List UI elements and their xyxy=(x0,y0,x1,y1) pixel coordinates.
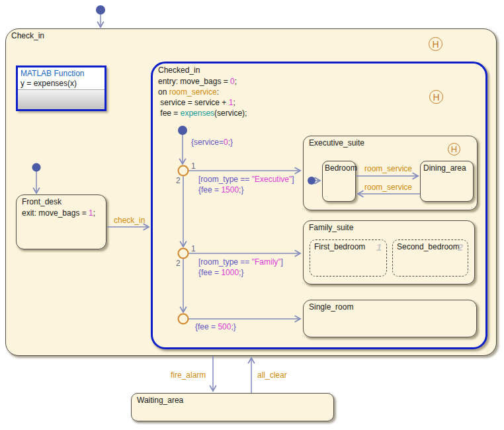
state-single-room[interactable]: Single_room xyxy=(303,300,477,337)
matlab-function-signature: y = expenses(x) xyxy=(18,78,105,89)
state-title-executive-suite: Executive_suite xyxy=(309,138,364,148)
state-title-bedroom: Bedroom xyxy=(325,163,357,173)
label-executive-condition[interactable]: [room_type == "Executive"]{fee = 1500;} xyxy=(198,174,294,195)
label-all-clear[interactable]: all_clear xyxy=(257,370,287,380)
state-bedroom[interactable]: Bedroom xyxy=(322,161,356,202)
history-h-glyph: H xyxy=(451,144,457,154)
state-second-bedroom[interactable]: Second_bedroom 2 xyxy=(392,239,468,277)
state-title-family-suite: Family_suite xyxy=(309,223,353,232)
matlab-function-title: MATLAB Function xyxy=(18,67,105,78)
state-title-waiting-area: Waiting_area xyxy=(137,396,183,405)
state-title-check-in: Check_in xyxy=(11,31,44,40)
stateflow-canvas: Check_in MATLAB Function y = expenses(x)… xyxy=(0,0,504,430)
label-family-condition[interactable]: [room_type == "Family"]{fee = 1000;} xyxy=(198,257,283,278)
label-room-service-lower[interactable]: room_service xyxy=(364,183,412,192)
front-desk-actions: exit: move_bags = 1; xyxy=(22,208,95,218)
state-dining-area[interactable]: Dining_area xyxy=(420,161,474,202)
state-front-desk[interactable]: Front_desk exit: move_bags = 1; xyxy=(16,194,106,249)
history-h-glyph: H xyxy=(433,92,439,103)
state-waiting-area[interactable]: Waiting_area xyxy=(131,393,334,421)
label-single-action[interactable]: {fee = 500;} xyxy=(195,322,236,331)
matlab-function-block[interactable]: MATLAB Function y = expenses(x) xyxy=(16,65,106,111)
state-first-bedroom[interactable]: First_bedroom 1 xyxy=(310,239,387,277)
state-title-dining-area: Dining_area xyxy=(423,163,466,173)
state-title-front-desk: Front_desk xyxy=(22,197,62,206)
parallel-order-1: 1 xyxy=(376,241,382,253)
label-room-service-upper[interactable]: room_service xyxy=(364,164,412,173)
checked-in-actions: entry: move_bags = 0;on room_service: se… xyxy=(158,76,247,118)
history-junction-check-in[interactable]: H xyxy=(429,37,442,51)
history-junction-checked-in[interactable]: H xyxy=(429,90,443,104)
matlab-function-gradient xyxy=(18,89,105,109)
history-junction-executive-suite[interactable]: H xyxy=(448,143,460,155)
state-title-checked-in: Checked_in xyxy=(158,65,200,75)
default-dot-check-in[interactable] xyxy=(96,5,105,15)
history-h-glyph: H xyxy=(432,39,439,50)
junction-2-branch-1: 1 xyxy=(191,244,196,253)
label-service-init[interactable]: {service=0;} xyxy=(191,138,233,147)
label-check-in-event[interactable]: check_in xyxy=(114,216,145,225)
junction-1-branch-1: 1 xyxy=(191,161,196,171)
junction-2-branch-2: 2 xyxy=(176,259,181,268)
junction-1-branch-2: 2 xyxy=(176,176,181,185)
state-title-single-room: Single_room xyxy=(309,302,353,312)
state-title-first-bedroom: First_bedroom xyxy=(314,242,365,251)
label-fire-alarm[interactable]: fire_alarm xyxy=(171,370,206,380)
state-title-second-bedroom: Second_bedroom xyxy=(397,242,460,251)
parallel-order-2: 2 xyxy=(458,241,463,253)
